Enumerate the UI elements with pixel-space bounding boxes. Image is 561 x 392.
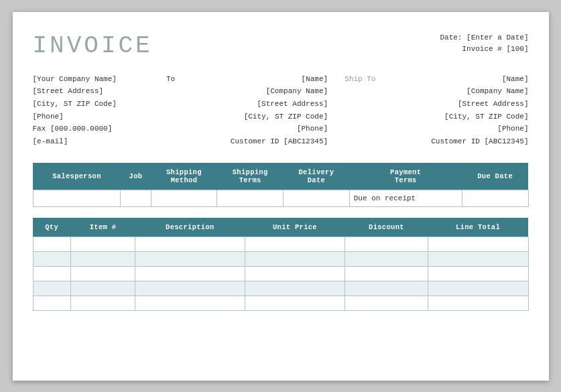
ship-street[interactable]: [Street Address] — [381, 98, 529, 111]
ship-label: Ship To — [345, 73, 375, 148]
ship-customer-id[interactable]: Customer ID [ABC12345] — [381, 135, 529, 148]
item-cell-line_total-0[interactable] — [428, 237, 528, 251]
item-cell-line_total-2[interactable] — [428, 266, 528, 281]
to-phone[interactable]: [Phone] — [180, 123, 328, 135]
col-job: Job — [121, 163, 151, 190]
from-phone[interactable]: [Phone] — [33, 111, 153, 123]
invoice-number: Invoice # [100] — [440, 44, 528, 56]
item-cell-description-2[interactable] — [135, 266, 245, 281]
order-table-container: Salesperson Job ShippingMethod ShippingT… — [33, 163, 529, 207]
cell-shipping-method[interactable] — [151, 190, 217, 206]
to-city[interactable]: [City, ST ZIP Code] — [180, 111, 328, 123]
cell-job[interactable] — [121, 190, 151, 206]
to-company[interactable]: [Company Name] — [180, 85, 328, 98]
item-cell-qty-2[interactable] — [33, 266, 70, 281]
to-wrapper: To [Name] [Company Name] [Street Address… — [153, 73, 341, 148]
invoice-num-value[interactable]: [100] — [506, 45, 528, 53]
ship-wrapper: Ship To [Name] [Company Name] [Street Ad… — [341, 73, 529, 148]
item-cell-discount-2[interactable] — [345, 266, 428, 281]
item-cell-discount-3[interactable] — [345, 281, 428, 296]
invoice-title: INVOICE — [33, 32, 153, 60]
from-address: [Your Company Name] [Street Address] [Ci… — [33, 73, 153, 148]
ship-company[interactable]: [Company Name] — [381, 85, 529, 98]
order-header-row: Salesperson Job ShippingMethod ShippingT… — [33, 163, 528, 190]
item-cell-description-4[interactable] — [135, 296, 245, 310]
item-cell-unit_price-2[interactable] — [245, 266, 345, 281]
item-cell-unit_price-4[interactable] — [245, 296, 345, 310]
item-cell-line_total-4[interactable] — [428, 296, 528, 310]
cell-delivery-date[interactable] — [284, 190, 350, 206]
from-city[interactable]: [City, ST ZIP Code] — [33, 98, 153, 111]
items-row-2 — [33, 266, 528, 281]
ship-city[interactable]: [City, ST ZIP Code] — [381, 111, 529, 123]
col-salesperson: Salesperson — [33, 163, 121, 190]
col-line-total: Line Total — [428, 218, 528, 237]
item-cell-description-0[interactable] — [135, 237, 245, 251]
item-cell-unit_price-0[interactable] — [245, 237, 345, 251]
items-row-3 — [33, 281, 528, 296]
item-cell-item-1[interactable] — [70, 251, 135, 266]
item-cell-qty-0[interactable] — [33, 237, 70, 251]
col-discount: Discount — [345, 218, 428, 237]
to-customer-id[interactable]: Customer ID [ABC12345] — [180, 135, 328, 148]
item-cell-unit_price-1[interactable] — [245, 251, 345, 266]
order-table: Salesperson Job ShippingMethod ShippingT… — [33, 163, 529, 207]
invoice-meta: Date: [Enter a Date] Invoice # [100] — [440, 32, 528, 56]
ship-name[interactable]: [Name] — [381, 73, 529, 86]
item-cell-line_total-3[interactable] — [428, 281, 528, 296]
to-street[interactable]: [Street Address] — [180, 98, 328, 111]
date-value[interactable]: [Enter a Date] — [466, 34, 528, 42]
address-section: [Your Company Name] [Street Address] [Ci… — [33, 73, 529, 148]
cell-payment-terms[interactable]: Due on receipt — [349, 190, 462, 206]
items-header-row: Qty Item # Description Unit Price Discou… — [33, 218, 528, 237]
ship-phone[interactable]: [Phone] — [381, 123, 529, 135]
items-row-4 — [33, 296, 528, 310]
col-due-date: Due Date — [462, 163, 528, 190]
date-label: Date: — [440, 34, 462, 42]
item-cell-line_total-1[interactable] — [428, 251, 528, 266]
order-data-row: Due on receipt — [33, 190, 528, 206]
col-payment-terms: PaymentTerms — [349, 163, 462, 190]
item-cell-discount-4[interactable] — [345, 296, 428, 310]
item-cell-discount-1[interactable] — [345, 251, 428, 266]
col-shipping-method: ShippingMethod — [151, 163, 217, 190]
from-email[interactable]: [e-mail] — [33, 135, 153, 148]
to-label: To — [166, 73, 175, 148]
item-cell-qty-3[interactable] — [33, 281, 70, 296]
invoice-date: Date: [Enter a Date] — [440, 32, 528, 44]
cell-shipping-terms[interactable] — [217, 190, 284, 206]
item-cell-qty-4[interactable] — [33, 296, 70, 310]
items-table: Qty Item # Description Unit Price Discou… — [33, 218, 529, 311]
invoice-num-label: Invoice # — [462, 45, 501, 53]
col-description: Description — [135, 218, 245, 237]
item-cell-description-3[interactable] — [135, 281, 245, 296]
item-cell-qty-1[interactable] — [33, 251, 70, 266]
items-row-0 — [33, 237, 528, 251]
item-cell-item-0[interactable] — [70, 237, 135, 251]
ship-address: [Name] [Company Name] [Street Address] [… — [381, 73, 529, 148]
to-name[interactable]: [Name] — [180, 73, 328, 86]
invoice-header: INVOICE Date: [Enter a Date] Invoice # [… — [33, 32, 529, 60]
items-row-1 — [33, 251, 528, 266]
items-table-container: Qty Item # Description Unit Price Discou… — [33, 218, 529, 311]
item-cell-item-2[interactable] — [70, 266, 135, 281]
col-shipping-terms: ShippingTerms — [217, 163, 284, 190]
from-street[interactable]: [Street Address] — [33, 85, 153, 98]
item-cell-item-3[interactable] — [70, 281, 135, 296]
item-cell-item-4[interactable] — [70, 296, 135, 310]
item-cell-unit_price-3[interactable] — [245, 281, 345, 296]
col-unit-price: Unit Price — [245, 218, 345, 237]
invoice-page: INVOICE Date: [Enter a Date] Invoice # [… — [13, 12, 549, 381]
from-fax[interactable]: Fax [000.000.0000] — [33, 123, 153, 135]
col-delivery-date: DeliveryDate — [284, 163, 350, 190]
col-item-num: Item # — [70, 218, 135, 237]
item-cell-description-1[interactable] — [135, 251, 245, 266]
cell-salesperson[interactable] — [33, 190, 121, 206]
to-address: [Name] [Company Name] [Street Address] [… — [180, 73, 328, 148]
item-cell-discount-0[interactable] — [345, 237, 428, 251]
from-company[interactable]: [Your Company Name] — [33, 73, 153, 86]
col-qty: Qty — [33, 218, 70, 237]
cell-due-date[interactable] — [462, 190, 528, 206]
